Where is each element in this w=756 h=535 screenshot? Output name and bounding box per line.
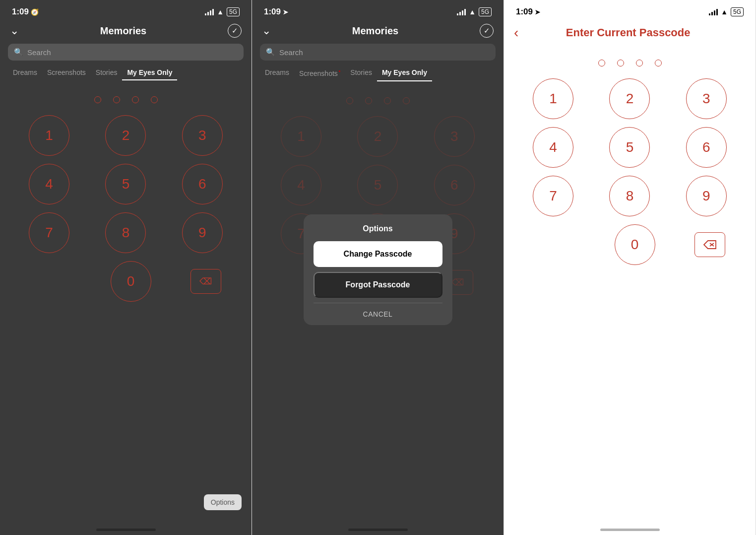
status-bar-3: 1:09 ➤ ▲ 5G: [504, 0, 756, 20]
compass-icon-1: 🧭: [31, 8, 39, 16]
key-2-3[interactable]: 2: [609, 78, 650, 119]
time-text-3: 1:09: [516, 7, 533, 17]
tab-myeyesonly-1[interactable]: My Eyes Only: [122, 66, 177, 80]
key-8-1[interactable]: 8: [105, 212, 146, 253]
passcode-dot-3-1: [598, 60, 605, 67]
wifi-icon-1: ▲: [217, 8, 224, 16]
cancel-button[interactable]: CANCEL: [314, 303, 442, 325]
key-1-3[interactable]: 1: [533, 78, 573, 119]
key-5-2: 5: [357, 165, 398, 205]
signal-icon-1: [205, 8, 214, 15]
status-time-3: 1:09 ➤: [516, 7, 540, 17]
passcode-dot-2-3: [384, 97, 391, 104]
status-bar-1: 1:09 🧭 ▲ 5G: [0, 0, 252, 20]
tabs-1: Dreams Screenshots Stories My Eyes Only: [0, 63, 252, 80]
status-time-2: 1:09 ➤: [264, 7, 288, 17]
status-icons-2: ▲ 5G: [457, 7, 492, 16]
search-placeholder-1: Search: [27, 48, 51, 57]
back-button[interactable]: ‹: [514, 25, 518, 41]
search-icon-1: 🔍: [14, 48, 23, 57]
phone-panel-2: 1:09 ➤ ▲ 5G ⌄ Memories ✓ 🔍 Sea: [252, 0, 504, 535]
change-passcode-button[interactable]: Change Passcode: [314, 241, 442, 267]
search-placeholder-2: Search: [279, 48, 303, 57]
home-indicator-1: [96, 529, 156, 531]
status-icons-3: ▲ 5G: [709, 7, 744, 16]
key-7-3[interactable]: 7: [533, 176, 573, 216]
key-3-1[interactable]: 3: [182, 115, 223, 156]
numpad-bottom-3: 0: [504, 224, 756, 265]
passcode-dots-3: [504, 60, 756, 67]
passcode-dot-2-1: [346, 97, 353, 104]
passcode-dot-2-4: [403, 97, 410, 104]
key-4-1[interactable]: 4: [29, 164, 69, 204]
tab-screenshots-1[interactable]: Screenshots: [42, 66, 91, 80]
tab-dreams-2[interactable]: Dreams: [260, 66, 294, 81]
wifi-icon-2: ▲: [469, 8, 476, 16]
numpad-bottom-1: 0 ⌫: [0, 261, 252, 302]
key-7-1[interactable]: 7: [29, 212, 69, 253]
tab-stories-1[interactable]: Stories: [91, 66, 123, 80]
phone-panel-3: 1:09 ➤ ▲ 5G ‹ Enter Current Passcode 1 2…: [504, 0, 756, 535]
passcode-dot-4: [151, 96, 158, 103]
key-0-3[interactable]: 0: [615, 224, 655, 265]
time-text-1: 1:09: [12, 7, 29, 17]
app-header-1: ⌄ Memories ✓: [0, 20, 252, 42]
passcode-dot-3: [132, 96, 139, 103]
header-title-1: Memories: [100, 25, 146, 37]
status-time-1: 1:09 🧭: [12, 7, 39, 17]
tab-screenshots-2[interactable]: Screenshots: [294, 66, 345, 81]
key-4-3[interactable]: 4: [533, 127, 573, 168]
options-modal: Options Change Passcode Forgot Passcode …: [304, 214, 452, 325]
status-icons-1: ▲ 5G: [205, 7, 240, 16]
key-ghost-3: [535, 224, 575, 265]
signal-icon-2: [457, 8, 466, 15]
home-indicator-2: [348, 529, 408, 531]
key-8-3[interactable]: 8: [609, 176, 650, 216]
tab-dreams-1[interactable]: Dreams: [8, 66, 42, 80]
key-ghost-1: [31, 261, 71, 302]
key-0-1[interactable]: 0: [111, 261, 151, 302]
key-9-3[interactable]: 9: [686, 176, 727, 216]
key-3-2: 3: [434, 116, 475, 157]
page-header-3: ‹ Enter Current Passcode: [504, 20, 756, 46]
tab-myeyesonly-2[interactable]: My Eyes Only: [377, 66, 432, 81]
key-4-2: 4: [281, 165, 321, 205]
delete-btn-1[interactable]: ⌫: [190, 269, 221, 294]
chevron-down-icon-1[interactable]: ⌄: [10, 24, 19, 37]
passcode-dots-1: [0, 96, 252, 103]
status-bar-2: 1:09 ➤ ▲ 5G: [252, 0, 504, 20]
battery-icon-2: 5G: [479, 7, 492, 16]
passcode-dot-2: [113, 96, 120, 103]
key-9-1[interactable]: 9: [182, 212, 223, 253]
passcode-dot-3-2: [617, 60, 624, 67]
signal-icon-3: [709, 8, 718, 15]
tab-stories-2[interactable]: Stories: [345, 66, 377, 81]
check-icon-2[interactable]: ✓: [480, 24, 494, 38]
key-3-3[interactable]: 3: [686, 78, 727, 119]
key-2-1[interactable]: 2: [105, 115, 146, 156]
passcode-dot-3-3: [636, 60, 643, 67]
forgot-passcode-button[interactable]: Forgot Passcode: [314, 272, 442, 298]
key-5-3[interactable]: 5: [609, 127, 650, 168]
backspace-icon: [703, 240, 717, 250]
location-icon-3: ➤: [535, 8, 540, 16]
search-bar-1[interactable]: 🔍 Search: [8, 44, 244, 61]
chevron-down-icon-2[interactable]: ⌄: [262, 24, 271, 37]
delete-btn-3[interactable]: [694, 232, 725, 257]
check-icon-1[interactable]: ✓: [228, 24, 242, 38]
key-6-3[interactable]: 6: [686, 127, 727, 168]
header-title-2: Memories: [352, 25, 398, 37]
location-icon-2: ➤: [283, 8, 288, 16]
passcode-dot-3-4: [655, 60, 662, 67]
key-6-1[interactable]: 6: [182, 164, 223, 204]
search-bar-2[interactable]: 🔍 Search: [260, 44, 496, 61]
key-5-1[interactable]: 5: [105, 164, 146, 204]
page-title-3: Enter Current Passcode: [522, 26, 734, 39]
app-header-2: ⌄ Memories ✓: [252, 20, 504, 42]
key-6-2: 6: [434, 165, 475, 205]
tabs-2: Dreams Screenshots Stories My Eyes Only: [252, 63, 504, 81]
key-1-1[interactable]: 1: [29, 115, 69, 156]
options-button-1[interactable]: Options: [204, 494, 242, 510]
numpad-3: 1 2 3 4 5 6 7 8 9: [504, 78, 756, 216]
passcode-dots-2: [252, 97, 504, 104]
